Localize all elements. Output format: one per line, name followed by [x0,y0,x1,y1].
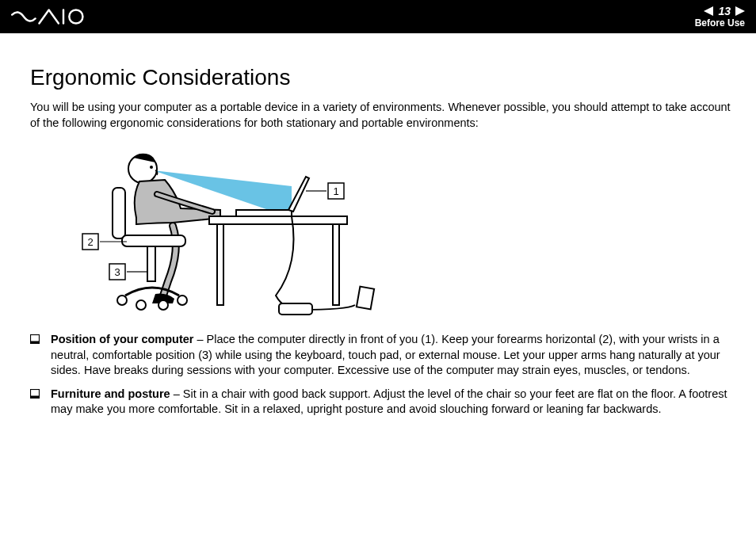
next-page-icon[interactable] [735,6,745,16]
vaio-logo [11,8,89,25]
bullet-list: Position of your computer – Place the co… [30,332,731,418]
intro-text: You will be using your computer as a por… [30,100,731,131]
page-content: Ergonomic Considerations You will be usi… [0,33,756,441]
list-item-title: Position of your computer [51,333,193,345]
bullet-icon [30,389,40,418]
figure-label-3: 3 [114,266,120,278]
section-label: Before Use [695,18,745,28]
figure-label-2: 2 [87,236,93,248]
bullet-icon [30,334,40,379]
header-bar: 13 Before Use [0,0,756,33]
prev-page-icon[interactable] [704,6,713,16]
svg-rect-11 [122,235,185,246]
svg-point-13 [117,296,127,305]
page-number: 13 [718,6,731,17]
svg-rect-10 [113,188,125,238]
svg-point-3 [150,166,153,169]
svg-rect-8 [279,303,312,315]
page-title: Ergonomic Considerations [30,65,731,90]
page-navigation: 13 Before Use [695,6,745,28]
svg-rect-26 [31,395,40,398]
svg-rect-24 [31,341,40,344]
ergonomics-figure: 1 2 3 [54,139,387,321]
list-item: Position of your computer – Place the co… [30,332,731,379]
svg-rect-6 [333,224,339,305]
svg-rect-4 [209,216,347,224]
svg-point-1 [69,10,82,23]
list-item-title: Furniture and posture [51,387,170,400]
svg-point-16 [178,296,187,305]
svg-point-15 [158,300,168,310]
svg-rect-9 [357,287,374,310]
list-item-text: Position of your computer – Place the co… [51,332,731,379]
svg-rect-5 [217,224,223,305]
svg-rect-12 [147,246,155,281]
svg-rect-7 [236,210,292,216]
svg-point-14 [136,300,146,310]
figure-label-1: 1 [333,185,338,197]
list-item: Furniture and posture – Sit in a chair w… [30,387,731,418]
list-item-text: Furniture and posture – Sit in a chair w… [51,387,731,418]
